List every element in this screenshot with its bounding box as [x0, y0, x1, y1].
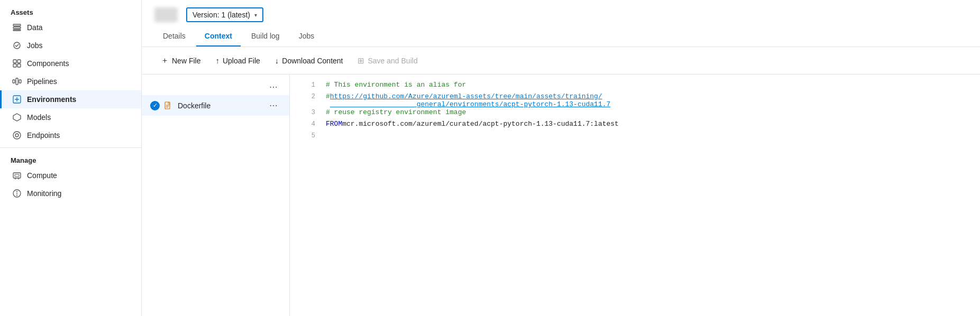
plus-icon: ＋	[161, 55, 169, 66]
version-label: Version: 1 (latest)	[193, 11, 250, 19]
line-number-2: 2	[298, 93, 315, 100]
code-line-3: 3 # reuse registry environment image	[290, 108, 980, 120]
file-tree: ⋯ ✓ Dockerfile ⋯	[142, 75, 290, 316]
file-tree-item-label: Dockerfile	[178, 101, 210, 110]
data-icon	[12, 23, 22, 32]
save-and-build-button[interactable]: ⊞ Save and Build	[351, 53, 424, 69]
environments-icon	[12, 95, 22, 104]
file-item-context-menu[interactable]: ⋯	[266, 99, 281, 111]
models-icon	[12, 113, 22, 122]
sidebar-item-models[interactable]: Models	[0, 108, 141, 126]
chevron-down-icon: ▾	[254, 12, 257, 18]
content-area: ⋯ ✓ Dockerfile ⋯ 1 # This envi	[142, 75, 980, 316]
code-comment-3: # reuse registry environment image	[326, 108, 466, 116]
svg-rect-10	[19, 80, 21, 83]
assets-label: Assets	[0, 4, 141, 18]
line-number-4: 4	[298, 120, 315, 128]
components-icon	[12, 59, 22, 68]
tab-context[interactable]: Context	[196, 26, 241, 47]
upload-icon: ↑	[215, 56, 219, 65]
build-icon: ⊞	[358, 56, 364, 66]
svg-rect-8	[13, 80, 15, 83]
header-bar: Version: 1 (latest) ▾	[142, 0, 980, 22]
svg-rect-7	[17, 64, 21, 67]
sidebar-item-pipelines[interactable]: Pipelines	[0, 72, 141, 90]
download-icon: ↓	[275, 56, 279, 65]
svg-rect-2	[13, 30, 21, 31]
main-content: Version: 1 (latest) ▾ Details Context Bu…	[142, 0, 980, 316]
sidebar-item-components[interactable]: Components	[0, 54, 141, 72]
tab-buildlog[interactable]: Build log	[243, 26, 288, 47]
code-comment-1: # This environment is an alias for	[326, 81, 466, 89]
sidebar-item-environments[interactable]: Environments	[0, 90, 141, 108]
avatar	[154, 7, 178, 22]
line-number-5: 5	[298, 132, 315, 140]
version-dropdown[interactable]: Version: 1 (latest) ▾	[186, 7, 263, 22]
download-content-button[interactable]: ↓ Download Content	[269, 53, 350, 68]
code-editor[interactable]: 1 # This environment is an alias for 2 #…	[290, 75, 980, 316]
sidebar-item-label: Endpoints	[27, 131, 60, 140]
sidebar-item-label: Monitoring	[27, 189, 61, 198]
svg-rect-6	[13, 64, 16, 67]
sidebar-item-label: Models	[27, 113, 51, 122]
sidebar-item-data[interactable]: Data	[0, 18, 141, 36]
sidebar-item-label: Jobs	[27, 41, 43, 50]
sidebar-item-endpoints[interactable]: Endpoints	[0, 126, 141, 144]
file-tree-context-menu[interactable]: ⋯	[266, 81, 281, 93]
svg-point-13	[15, 134, 19, 137]
svg-point-14	[13, 132, 21, 139]
line-number-3: 3	[298, 109, 315, 116]
sidebar-item-jobs[interactable]: Jobs	[0, 36, 141, 54]
code-line-4: 4 FROM mcr.microsoft.com/azureml/curated…	[290, 120, 980, 132]
sidebar-item-label: Components	[27, 59, 69, 68]
code-keyword-from: FROM	[326, 120, 342, 128]
file-tree-item-dockerfile[interactable]: ✓ Dockerfile ⋯	[142, 95, 289, 116]
tab-jobs[interactable]: Jobs	[290, 26, 323, 47]
sidebar-item-label: Compute	[27, 171, 57, 180]
jobs-icon	[12, 41, 22, 50]
line-number-1: 1	[298, 81, 315, 89]
code-comment-hash-2: #	[326, 92, 330, 100]
code-line-1: 1 # This environment is an alias for	[290, 81, 980, 92]
svg-rect-0	[13, 24, 21, 26]
upload-file-button[interactable]: ↑ Upload File	[209, 53, 266, 68]
tabs-bar: Details Context Build log Jobs	[142, 26, 980, 47]
svg-rect-15	[13, 173, 21, 178]
svg-rect-16	[15, 174, 19, 176]
file-tree-top-dots-row: ⋯	[142, 79, 289, 95]
sidebar-item-label: Pipelines	[27, 77, 57, 86]
dockerfile-icon	[164, 101, 173, 110]
sidebar-divider	[0, 147, 141, 148]
svg-rect-5	[17, 60, 21, 63]
code-link-2[interactable]: https://github.com/Azure/azureml-assets/…	[330, 92, 611, 108]
monitoring-icon	[12, 189, 22, 198]
sidebar-item-monitoring[interactable]: Monitoring	[0, 184, 141, 202]
toolbar: ＋ New File ↑ Upload File ↓ Download Cont…	[142, 47, 980, 75]
manage-label: Manage	[0, 151, 141, 166]
sidebar: Assets Data Jobs	[0, 0, 142, 316]
code-line-5: 5	[290, 132, 980, 143]
svg-point-3	[14, 42, 20, 49]
sidebar-item-label: Data	[27, 23, 43, 32]
code-line-2: 2 # https://github.com/Azure/azureml-ass…	[290, 92, 980, 108]
svg-marker-12	[13, 114, 21, 121]
svg-rect-9	[16, 78, 18, 85]
code-empty-5	[326, 132, 330, 140]
new-file-button[interactable]: ＋ New File	[154, 52, 207, 69]
sidebar-item-label: Environments	[27, 95, 76, 104]
svg-rect-1	[13, 27, 21, 29]
tab-details[interactable]: Details	[154, 26, 194, 47]
selected-check-icon: ✓	[150, 101, 160, 110]
pipelines-icon	[12, 77, 22, 86]
svg-rect-4	[13, 60, 16, 63]
sidebar-item-compute[interactable]: Compute	[0, 166, 141, 184]
code-from-value: mcr.microsoft.com/azureml/curated/acpt-p…	[342, 120, 619, 128]
compute-icon	[12, 171, 22, 180]
endpoints-icon	[12, 131, 22, 140]
